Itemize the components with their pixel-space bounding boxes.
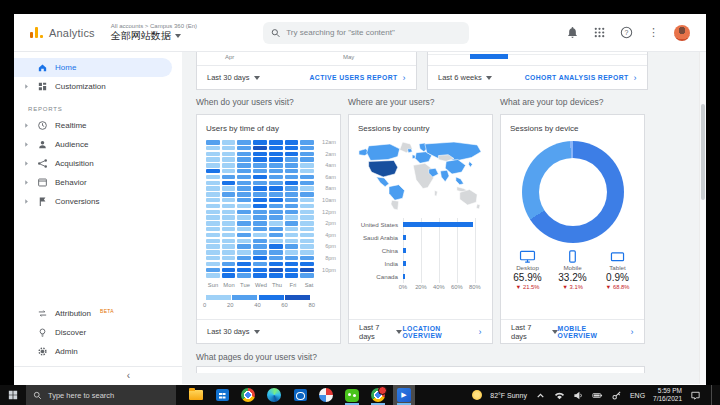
sidebar-item-discover[interactable]: Discover	[14, 323, 182, 342]
expander-spacer	[22, 310, 30, 318]
heatmap-cell	[300, 163, 314, 168]
heatmap-cell	[237, 250, 251, 255]
expander-spacer	[22, 329, 30, 337]
heatmap-hour-label: 4pm	[316, 233, 336, 238]
country-bar-row: United States	[359, 218, 482, 231]
heatmap-cell	[269, 227, 283, 232]
search-bar[interactable]	[263, 22, 469, 44]
attribution-icon	[37, 308, 48, 319]
collapse-sidebar-button[interactable]: ‹	[14, 367, 182, 384]
taskbar-search[interactable]: Type here to search	[26, 385, 176, 405]
heatmap-cell	[206, 227, 220, 232]
heatmap-cell	[206, 169, 220, 174]
key-icon[interactable]	[611, 390, 622, 401]
wechat-icon	[345, 389, 359, 402]
taskbar-app-wechat[interactable]	[341, 385, 363, 405]
location-overview-link[interactable]: LOCATION OVERVIEW›	[402, 325, 482, 339]
world-map-chart	[349, 138, 492, 214]
taskbar-app-outlook[interactable]	[289, 385, 311, 405]
chevron-right-icon: ›	[634, 72, 637, 82]
country-label: Canada	[359, 273, 403, 280]
heatmap-row: 4am	[206, 163, 336, 168]
window-scrollbar[interactable]	[699, 52, 706, 384]
sidebar-item-realtime[interactable]: Realtime	[14, 116, 182, 135]
heatmap-cell	[237, 186, 251, 191]
sidebar-item-home[interactable]: Home	[14, 58, 172, 77]
heatmap-cell	[300, 198, 314, 203]
heatmap-cell	[285, 157, 299, 162]
heatmap-cell	[285, 273, 299, 278]
chart-title: Sessions by country	[349, 115, 492, 138]
axis-tick-label: 60%	[451, 284, 463, 290]
sidebar-item-customization[interactable]: Customization	[14, 77, 182, 96]
heatmap-cell	[269, 221, 283, 226]
heatmap-cell	[222, 273, 236, 278]
network-icon[interactable]	[554, 390, 565, 401]
desktop-background: Analytics All accounts > Campus 360 (En)…	[0, 0, 720, 405]
sidebar-item-label: Customization	[55, 82, 106, 91]
weather-text[interactable]: 82°F Sunny	[490, 392, 527, 399]
heatmap-cell	[300, 146, 314, 151]
volume-icon[interactable]	[573, 390, 584, 401]
taskbar-app-file-explorer[interactable]	[185, 385, 207, 405]
account-selector[interactable]: All accounts > Campus 360 (En) 全部网站数据	[111, 23, 197, 42]
heatmap-cell	[300, 157, 314, 162]
taskbar-app-chrome[interactable]	[237, 385, 259, 405]
active-users-report-link[interactable]: ACTIVE USERS REPORT›	[310, 73, 406, 83]
heatmap-cell	[285, 233, 299, 238]
taskbar-app-microsoft-store[interactable]	[211, 385, 233, 405]
taskbar-app-edge[interactable]	[263, 385, 285, 405]
scrollbar-thumb[interactable]	[701, 104, 705, 200]
heatmap-cell	[237, 256, 251, 261]
heatmap-legend	[206, 295, 310, 300]
taskbar-app-pinned-app[interactable]	[315, 385, 337, 405]
battery-icon[interactable]	[592, 390, 603, 401]
heatmap-cell	[206, 204, 220, 209]
show-desktop-button[interactable]	[711, 385, 715, 405]
help-icon[interactable]: ?	[620, 26, 633, 39]
country-bar-row: China	[359, 244, 482, 257]
date-range-dropdown[interactable]: Last 30 days	[207, 73, 260, 82]
action-center-icon[interactable]	[690, 390, 701, 401]
date-range-dropdown[interactable]: Last 30 days	[207, 327, 260, 336]
sidebar-item-behavior[interactable]: Behavior	[14, 173, 182, 192]
device-delta: ▼ 21.5%	[516, 284, 540, 290]
apps-grid-icon[interactable]	[593, 26, 606, 39]
heatmap-cell	[237, 175, 251, 180]
date-range-dropdown[interactable]: Last 6 weeks	[438, 73, 492, 82]
user-avatar[interactable]	[674, 25, 690, 41]
heatmap-cell	[237, 192, 251, 197]
taskbar-app-chrome-profile[interactable]	[367, 385, 389, 405]
start-button[interactable]	[0, 385, 26, 405]
axis-tick-label: 0%	[399, 284, 407, 290]
heatmap-cell	[300, 210, 314, 215]
date-range-dropdown[interactable]: Last 7 days	[359, 323, 402, 341]
heatmap-cell	[269, 250, 283, 255]
sidebar-item-conversions[interactable]: Conversions	[14, 192, 182, 211]
heatmap-cell	[222, 140, 236, 145]
notifications-bell-icon[interactable]	[566, 26, 579, 39]
heatmap-cell	[222, 186, 236, 191]
heatmap-row	[206, 227, 336, 232]
sidebar-item-admin[interactable]: Admin	[14, 342, 182, 361]
date-range-dropdown[interactable]: Last 7 days	[511, 323, 558, 341]
heatmap-cell	[285, 152, 299, 157]
expander-spacer	[22, 64, 30, 72]
country-label: India	[359, 260, 403, 267]
heatmap-cell	[253, 268, 267, 273]
taskbar-app-media-app[interactable]: ▶	[393, 385, 415, 405]
heatmap-row: 12pm	[206, 210, 336, 215]
sidebar-item-attribution[interactable]: AttributionBETA	[14, 304, 182, 323]
heatmap-cell	[206, 262, 220, 267]
weather-sun-icon[interactable]	[472, 390, 482, 400]
more-options-icon[interactable]: ⋮	[647, 26, 660, 39]
search-input[interactable]	[286, 28, 461, 37]
mobile-overview-link[interactable]: MOBILE OVERVIEW›	[558, 325, 634, 339]
taskbar-clock[interactable]: 5:59 PM7/16/2021	[653, 387, 682, 404]
home-icon	[37, 62, 48, 73]
tray-expand-icon[interactable]	[535, 390, 546, 401]
cohort-analysis-report-link[interactable]: COHORT ANALYSIS REPORT›	[525, 73, 637, 83]
sidebar-item-acquisition[interactable]: Acquisition	[14, 154, 182, 173]
language-indicator[interactable]: ENG	[630, 392, 645, 399]
sidebar-item-audience[interactable]: Audience	[14, 135, 182, 154]
